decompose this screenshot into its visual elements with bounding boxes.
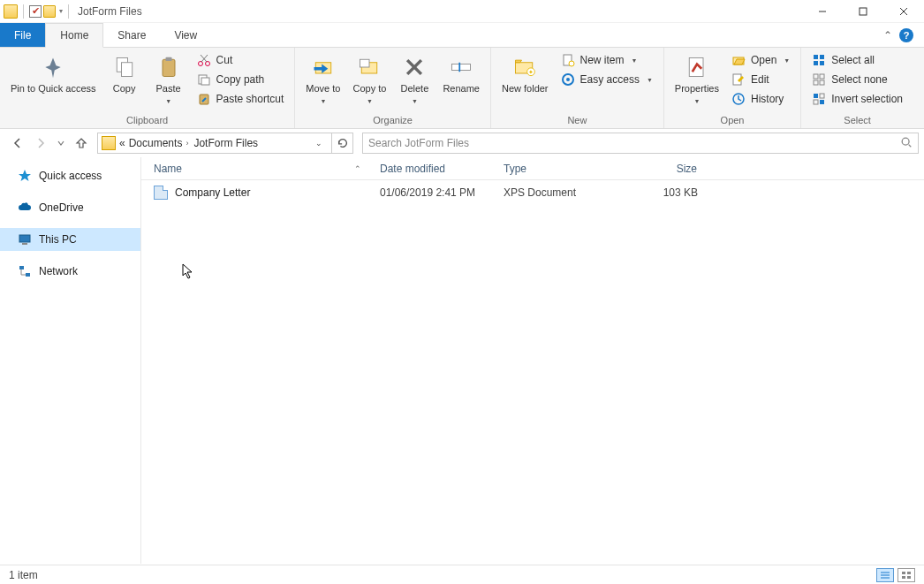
view-large-icons-button[interactable]	[897, 568, 915, 582]
minimize-ribbon-icon[interactable]: ⌃	[883, 29, 892, 42]
svg-rect-48	[22, 243, 27, 245]
svg-rect-34	[820, 55, 824, 59]
tab-home[interactable]: Home	[45, 23, 103, 48]
file-list-area: Name⌃ Date modified Type Size Company Le…	[141, 157, 924, 564]
column-name[interactable]: Name⌃	[141, 157, 371, 179]
copy-path-button[interactable]: Copy path	[192, 71, 290, 88]
svg-rect-41	[814, 94, 818, 98]
maximize-button[interactable]	[843, 0, 883, 23]
select-none-button[interactable]: Select none	[807, 71, 908, 88]
nav-network[interactable]: Network	[0, 260, 140, 283]
group-label: New	[496, 113, 658, 128]
file-row[interactable]: Company Letter 01/06/2019 2:41 PM XPS Do…	[141, 182, 924, 203]
edit-button[interactable]: Edit	[726, 71, 795, 88]
new-folder-button[interactable]: ✦ New folder	[496, 49, 554, 95]
new-item-icon	[561, 53, 575, 67]
breadcrumb-overflow[interactable]: «	[119, 137, 125, 149]
address-bar[interactable]: « Documents› JotForm Files ⌄	[97, 133, 332, 154]
edit-icon	[731, 72, 746, 87]
search-icon[interactable]	[900, 136, 913, 151]
history-icon	[731, 92, 746, 106]
paste-button[interactable]: Paste ▼	[148, 49, 190, 107]
pin-quick-access-button[interactable]: Pin to Quick access	[5, 49, 102, 95]
group-label: Organize	[300, 113, 485, 128]
address-dropdown-icon[interactable]: ⌄	[310, 139, 328, 148]
easy-access-button[interactable]: Easy access▼	[556, 71, 658, 88]
svg-rect-17	[360, 59, 370, 67]
tab-share[interactable]: Share	[103, 23, 160, 47]
group-label: Open	[670, 113, 795, 128]
column-date[interactable]: Date modified	[371, 157, 495, 179]
breadcrumb-documents[interactable]: Documents›	[129, 137, 191, 149]
properties-label: Properties	[675, 83, 719, 95]
xps-file-icon	[154, 186, 168, 200]
new-item-button[interactable]: New item▼	[556, 51, 658, 69]
item-count: 1 item	[9, 569, 38, 581]
breadcrumb-jotform[interactable]: JotForm Files	[193, 137, 258, 149]
column-type[interactable]: Type	[495, 157, 618, 179]
nav-this-pc[interactable]: This PC	[0, 228, 140, 251]
group-organize: Move to ▼ Copy to ▼ Delete ▼ Rename Orga…	[295, 48, 491, 128]
rename-button[interactable]: Rename	[437, 49, 485, 95]
svg-rect-7	[165, 57, 171, 61]
svg-line-46	[909, 144, 912, 147]
copy-button[interactable]: Copy	[103, 49, 146, 95]
file-date: 01/06/2019 2:41 PM	[371, 186, 495, 199]
help-icon[interactable]: ?	[899, 28, 913, 42]
search-box[interactable]	[362, 133, 919, 154]
minimize-button[interactable]	[802, 0, 843, 23]
tab-view[interactable]: View	[160, 23, 211, 47]
cut-button[interactable]: Cut	[192, 51, 290, 69]
svg-rect-36	[820, 61, 824, 65]
qat-properties-icon[interactable]: ✔	[29, 5, 42, 18]
properties-button[interactable]: Properties ▼	[670, 49, 724, 107]
svg-rect-20	[452, 64, 471, 71]
file-type: XPS Document	[495, 186, 618, 199]
ribbon-tabs: File Home Share View ⌃ ?	[0, 23, 924, 48]
nav-quick-access[interactable]: Quick access	[0, 164, 140, 187]
column-headers: Name⌃ Date modified Type Size	[141, 157, 924, 180]
select-all-button[interactable]: Select all	[807, 51, 908, 69]
svg-point-9	[205, 62, 209, 66]
invert-selection-button[interactable]: Invert selection	[807, 90, 908, 108]
svg-rect-42	[820, 94, 824, 98]
move-to-icon	[309, 53, 337, 81]
refresh-button[interactable]	[332, 133, 353, 154]
forward-button[interactable]	[34, 136, 48, 150]
navigation-pane[interactable]: Quick access OneDrive This PC Network	[0, 157, 141, 564]
svg-rect-6	[163, 59, 175, 76]
svg-rect-44	[820, 100, 824, 104]
svg-rect-50	[26, 273, 30, 277]
svg-rect-33	[814, 55, 818, 59]
chevron-right-icon[interactable]: ›	[184, 139, 190, 148]
sort-asc-icon: ⌃	[354, 164, 361, 173]
close-button[interactable]	[883, 0, 924, 23]
view-details-button[interactable]	[876, 568, 894, 582]
back-button[interactable]	[11, 136, 25, 150]
search-input[interactable]	[368, 137, 895, 149]
qat-folder-icon[interactable]	[43, 5, 56, 18]
svg-point-8	[198, 62, 202, 66]
column-size[interactable]: Size	[618, 157, 707, 179]
history-button[interactable]: History	[726, 90, 795, 108]
file-size: 103 KB	[618, 186, 707, 199]
open-button[interactable]: Open▼	[726, 51, 795, 69]
chevron-down-icon: ▼	[632, 57, 638, 64]
up-button[interactable]	[74, 136, 88, 150]
pc-icon	[18, 232, 32, 246]
paste-shortcut-button[interactable]: Paste shortcut	[192, 90, 290, 108]
chevron-down-icon: ▼	[647, 77, 653, 83]
svg-rect-56	[902, 576, 905, 579]
recent-locations-button[interactable]	[57, 139, 65, 148]
nav-onedrive[interactable]: OneDrive	[0, 196, 140, 219]
svg-point-28	[566, 78, 570, 81]
tab-file[interactable]: File	[0, 23, 45, 47]
address-bar-row: « Documents› JotForm Files ⌄	[0, 129, 924, 157]
file-rows[interactable]: Company Letter 01/06/2019 2:41 PM XPS Do…	[141, 180, 924, 564]
qat-dropdown-icon[interactable]: ▾	[59, 7, 63, 15]
move-to-button[interactable]: Move to ▼	[300, 49, 345, 107]
delete-button[interactable]: Delete ▼	[393, 49, 435, 107]
copy-to-button[interactable]: Copy to ▼	[347, 49, 391, 107]
separator	[23, 4, 24, 19]
new-folder-icon: ✦	[511, 53, 539, 81]
